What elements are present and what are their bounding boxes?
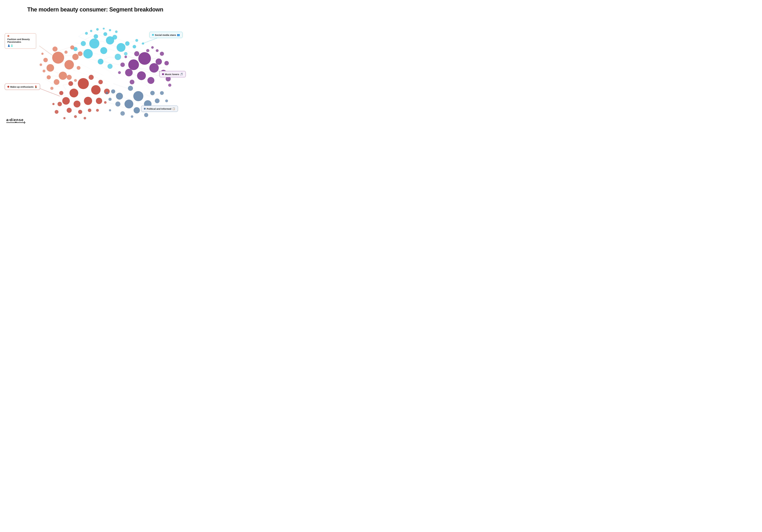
svg-point-156 — [115, 31, 117, 33]
svg-line-241 — [39, 46, 53, 56]
svg-point-217 — [151, 46, 154, 49]
svg-point-160 — [52, 52, 64, 64]
svg-point-169 — [54, 79, 59, 85]
svg-point-201 — [63, 117, 65, 119]
svg-point-150 — [108, 64, 113, 69]
svg-point-186 — [89, 75, 94, 80]
svg-point-136 — [89, 38, 99, 48]
fashion-label: Fashion and Beauty Passionates 👗🧴 — [5, 33, 36, 49]
svg-point-202 — [138, 52, 151, 65]
svg-point-235 — [109, 98, 112, 101]
svg-point-187 — [98, 80, 103, 84]
svg-point-185 — [62, 97, 70, 104]
svg-point-152 — [90, 30, 92, 32]
svg-point-166 — [43, 58, 48, 62]
svg-point-211 — [164, 61, 169, 65]
svg-line-94 — [149, 73, 157, 76]
svg-line-53 — [102, 57, 110, 60]
svg-point-178 — [74, 79, 77, 82]
svg-point-199 — [74, 115, 77, 118]
svg-point-179 — [78, 78, 89, 89]
music-label: Music lovers 🎵 — [159, 71, 186, 77]
svg-point-190 — [59, 91, 63, 95]
svg-line-5 — [60, 47, 69, 51]
svg-line-21 — [45, 79, 52, 84]
svg-line-59 — [129, 57, 138, 58]
svg-point-183 — [74, 100, 80, 107]
svg-point-184 — [96, 98, 102, 104]
svg-line-243 — [141, 38, 157, 44]
svg-point-198 — [52, 103, 54, 105]
svg-point-144 — [94, 34, 98, 39]
svg-point-159 — [124, 52, 127, 55]
svg-point-207 — [125, 69, 133, 76]
svg-point-175 — [64, 51, 68, 54]
svg-point-147 — [125, 41, 129, 46]
svg-point-225 — [116, 93, 123, 100]
svg-point-230 — [111, 90, 115, 94]
svg-point-157 — [135, 39, 138, 42]
social-label: Social media stans 👥 — [149, 32, 183, 38]
audiense-logo: adiense: — [6, 118, 26, 123]
svg-point-214 — [160, 52, 164, 56]
svg-point-161 — [64, 60, 74, 69]
svg-point-182 — [84, 97, 92, 105]
svg-point-231 — [115, 101, 120, 106]
svg-point-213 — [130, 80, 134, 84]
svg-point-170 — [67, 75, 72, 80]
svg-point-203 — [128, 59, 139, 70]
svg-point-138 — [83, 49, 93, 58]
svg-point-200 — [84, 117, 86, 119]
svg-point-221 — [124, 56, 127, 58]
svg-point-194 — [57, 102, 62, 106]
svg-point-173 — [42, 70, 45, 72]
fashion-dot — [7, 35, 9, 37]
svg-point-237 — [165, 100, 168, 102]
logo-underline — [6, 122, 26, 123]
svg-point-227 — [128, 86, 133, 91]
svg-point-223 — [124, 100, 133, 108]
svg-point-216 — [146, 49, 149, 52]
svg-line-25 — [63, 85, 66, 90]
svg-point-192 — [78, 110, 82, 114]
svg-point-209 — [134, 51, 139, 56]
music-dot — [162, 73, 164, 75]
svg-line-62 — [138, 68, 148, 69]
svg-point-196 — [96, 109, 99, 112]
svg-point-163 — [72, 54, 79, 60]
svg-point-164 — [59, 72, 67, 80]
svg-point-240 — [109, 109, 111, 111]
svg-point-162 — [46, 64, 54, 72]
svg-line-242 — [39, 88, 60, 96]
political-label: Political and Informed 📋 — [141, 105, 178, 112]
svg-point-229 — [155, 99, 160, 103]
svg-point-174 — [39, 63, 42, 66]
svg-point-219 — [168, 84, 171, 87]
svg-point-215 — [120, 63, 125, 67]
svg-line-135 — [79, 63, 104, 76]
svg-point-142 — [81, 41, 86, 46]
svg-point-206 — [147, 77, 154, 84]
svg-line-83 — [96, 54, 104, 55]
svg-point-226 — [134, 107, 140, 113]
social-dot — [152, 34, 154, 36]
svg-point-151 — [85, 32, 88, 35]
svg-line-69 — [96, 32, 104, 33]
svg-point-155 — [109, 29, 111, 31]
svg-point-141 — [98, 59, 104, 64]
svg-point-177 — [50, 87, 53, 90]
svg-point-145 — [104, 32, 107, 36]
svg-point-204 — [149, 63, 159, 73]
svg-point-140 — [116, 43, 125, 52]
svg-point-153 — [96, 28, 99, 31]
svg-point-181 — [69, 89, 78, 98]
svg-point-167 — [70, 45, 74, 49]
svg-point-172 — [77, 66, 80, 70]
political-dot — [144, 108, 146, 110]
svg-point-168 — [78, 51, 83, 56]
page-title: The modern beauty consumer: Segment brea… — [0, 0, 190, 16]
svg-point-232 — [144, 113, 148, 117]
svg-point-208 — [156, 58, 162, 65]
svg-point-233 — [160, 91, 164, 95]
svg-line-65 — [79, 36, 85, 39]
